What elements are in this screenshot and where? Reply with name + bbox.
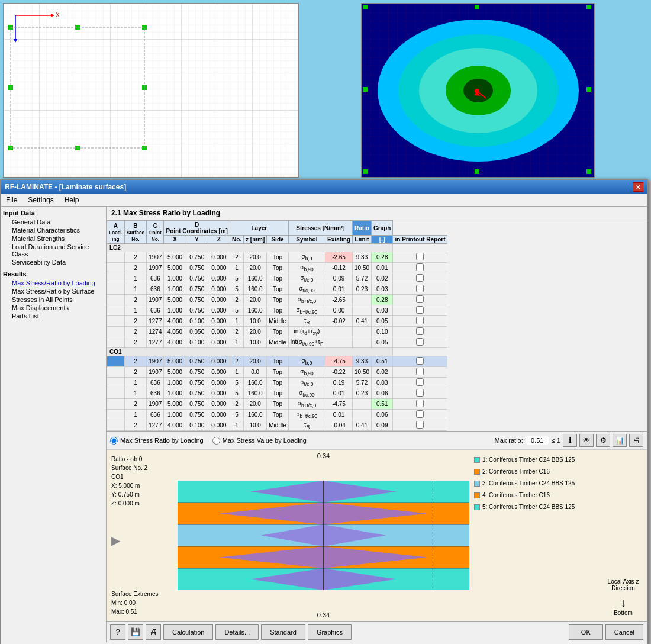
report-checkbox[interactable] bbox=[416, 274, 424, 282]
info-icon-btn[interactable]: ℹ bbox=[563, 434, 577, 447]
print-icon-btn[interactable]: 🖨 bbox=[629, 434, 643, 447]
report-checkbox[interactable] bbox=[416, 410, 424, 418]
checkbox-cell[interactable] bbox=[393, 284, 447, 295]
table-container[interactable]: ALoad-ing BSurfaceNo. CPointNo. DPoint C… bbox=[107, 220, 647, 432]
col-z-header: Z bbox=[208, 236, 230, 244]
sidebar-max-displacements[interactable]: Max Displacements bbox=[6, 304, 104, 312]
export-icon-btn[interactable]: 📊 bbox=[613, 434, 627, 447]
report-checkbox[interactable] bbox=[416, 368, 424, 375]
checkbox-cell[interactable] bbox=[393, 273, 447, 284]
sidebar-parts-list[interactable]: Parts List bbox=[6, 312, 104, 320]
sidebar-load-duration[interactable]: Load Duration and Service Class bbox=[6, 243, 104, 258]
checkbox-cell[interactable] bbox=[393, 399, 447, 410]
menu-settings[interactable]: Settings bbox=[26, 195, 55, 205]
zmm-cell: 20.0 bbox=[244, 399, 267, 410]
left-viewport[interactable]: X bbox=[3, 3, 299, 178]
radio-stress-ratio-input[interactable] bbox=[110, 437, 118, 445]
z-cell: 0.000 bbox=[208, 273, 230, 284]
checkbox-cell[interactable] bbox=[393, 316, 447, 327]
checkbox-cell[interactable] bbox=[393, 378, 447, 388]
checkbox-cell[interactable] bbox=[393, 410, 447, 420]
close-button[interactable]: ✕ bbox=[633, 182, 643, 192]
sidebar-material-characteristics[interactable]: Material Characteristics bbox=[6, 226, 104, 234]
legend-color-2 bbox=[474, 469, 480, 475]
checkbox-cell[interactable] bbox=[393, 367, 447, 378]
table-row: 2 1907 5.000 0.750 0.000 2 20.0 Top σb,0… bbox=[107, 252, 447, 263]
sidebar-material-strengths[interactable]: Material Strengths bbox=[6, 234, 104, 243]
report-checkbox[interactable] bbox=[416, 400, 424, 407]
legend-label-3: 3: Coniferous Timber C24 BBS 125 bbox=[482, 478, 575, 488]
report-checkbox[interactable] bbox=[416, 327, 424, 335]
y-cell: 0.050 bbox=[186, 327, 208, 337]
report-checkbox[interactable] bbox=[416, 253, 424, 260]
radio-stress-value-input[interactable] bbox=[212, 437, 220, 445]
zmm-cell: 20.0 bbox=[244, 295, 267, 305]
sidebar-stresses-all-points[interactable]: Stresses in All Points bbox=[6, 295, 104, 304]
report-checkbox[interactable] bbox=[416, 421, 424, 429]
sidebar-serviceability[interactable]: Serviceability Data bbox=[6, 258, 104, 266]
stress-ratio-table: ALoad-ing BSurfaceNo. CPointNo. DPoint C… bbox=[107, 220, 447, 431]
radio-max-stress-value[interactable]: Max Stress Value by Loading bbox=[212, 437, 307, 445]
chart-info-line6: Z: 0.000 m bbox=[111, 499, 173, 508]
x-cell: 5.000 bbox=[164, 367, 186, 378]
ratio-cell: 0.09 bbox=[372, 420, 393, 431]
calculation-button[interactable]: Calculation bbox=[163, 624, 213, 640]
sidebar-max-stress-surface[interactable]: Max Stress/Ratio by Surface bbox=[6, 287, 104, 295]
view-icon-btn[interactable]: 👁 bbox=[579, 434, 594, 447]
graphics-button[interactable]: Graphics bbox=[308, 624, 352, 640]
checkbox-cell[interactable] bbox=[393, 295, 447, 305]
checkbox-cell[interactable] bbox=[393, 388, 447, 399]
sidebar-general-data[interactable]: General Data bbox=[6, 218, 104, 226]
side-cell: Middle bbox=[267, 337, 288, 348]
report-checkbox[interactable] bbox=[416, 357, 424, 365]
menu-help[interactable]: Help bbox=[63, 195, 81, 205]
checkbox-cell[interactable] bbox=[393, 263, 447, 273]
symbol-cell: σb,90 bbox=[288, 367, 325, 378]
loading-cell bbox=[107, 410, 125, 420]
report-checkbox[interactable] bbox=[416, 295, 424, 303]
radio-max-stress-ratio[interactable]: Max Stress Ratio by Loading bbox=[110, 437, 204, 445]
legend-item-2: 2: Coniferous Timber C16 bbox=[474, 466, 595, 476]
checkbox-cell[interactable] bbox=[393, 337, 447, 348]
surface-cell: 1 bbox=[124, 273, 147, 284]
checkbox-cell[interactable] bbox=[393, 305, 447, 316]
checkbox-cell[interactable] bbox=[393, 252, 447, 263]
checkbox-cell[interactable] bbox=[393, 327, 447, 337]
surface-cell: 2 bbox=[124, 295, 147, 305]
checkbox-cell[interactable] bbox=[393, 420, 447, 431]
table-row: 2 1907 5.000 0.750 0.000 1 0.0 Top σb,90… bbox=[107, 367, 447, 378]
settings-icon-btn[interactable]: ⚙ bbox=[596, 434, 610, 447]
report-checkbox[interactable] bbox=[416, 338, 424, 346]
z-cell: 0.000 bbox=[208, 305, 230, 316]
table-row: 1 636 1.000 0.750 0.000 5 160.0 Top σb+t… bbox=[107, 305, 447, 316]
layer-no-cell: 5 bbox=[230, 273, 243, 284]
title-bar: RF-LAMINATE - [Laminate surfaces] ✕ bbox=[1, 180, 647, 194]
zmm-cell: 160.0 bbox=[244, 284, 267, 295]
ratio-cell: 0.03 bbox=[372, 284, 393, 295]
report-checkbox[interactable] bbox=[416, 285, 424, 292]
report-checkbox[interactable] bbox=[416, 306, 424, 314]
symbol-cell: σb,0 bbox=[288, 252, 325, 263]
menu-file[interactable]: File bbox=[4, 195, 19, 205]
cancel-button[interactable]: Cancel bbox=[605, 624, 643, 640]
legend-item-3: 3: Coniferous Timber C24 BBS 125 bbox=[474, 478, 595, 488]
z-cell: 0.000 bbox=[208, 410, 230, 420]
z-cell: 0.000 bbox=[208, 316, 230, 327]
sidebar-max-stress-loading[interactable]: Max Stress/Ratio by Loading bbox=[6, 279, 104, 287]
symbol-cell: σt/c,0 bbox=[288, 273, 325, 284]
report-checkbox[interactable] bbox=[416, 317, 424, 324]
details-button[interactable]: Details... bbox=[215, 624, 259, 640]
toolbar-icon-3[interactable]: 🖨 bbox=[146, 624, 161, 640]
right-viewport[interactable] bbox=[361, 3, 595, 178]
checkbox-cell[interactable] bbox=[393, 356, 447, 367]
standard-button[interactable]: Standard bbox=[261, 624, 305, 640]
report-checkbox[interactable] bbox=[416, 389, 424, 397]
max-ratio-input[interactable] bbox=[526, 436, 549, 445]
report-checkbox[interactable] bbox=[416, 378, 424, 386]
side-cell: Top bbox=[267, 356, 288, 367]
toolbar-icon-1[interactable]: ? bbox=[110, 624, 125, 640]
toolbar-icon-2[interactable]: 💾 bbox=[128, 624, 143, 640]
ok-button[interactable]: OK bbox=[569, 624, 603, 640]
report-checkbox[interactable] bbox=[416, 263, 424, 271]
surface-cell: 2 bbox=[124, 367, 147, 378]
